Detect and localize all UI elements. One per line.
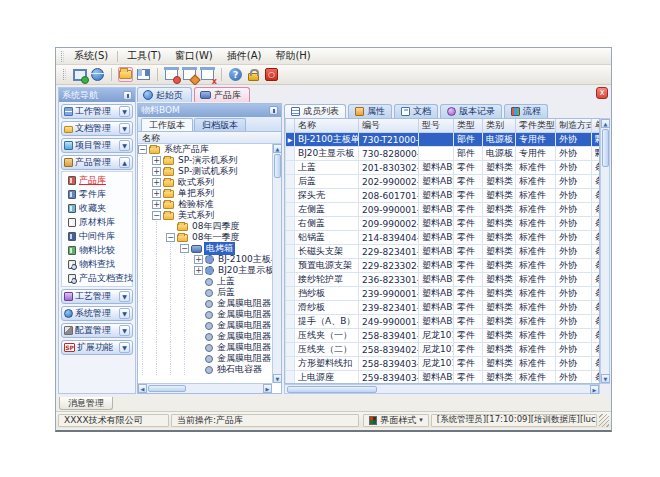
help-icon[interactable]: ? — [228, 67, 243, 82]
sidebar-item-物料查找[interactable]: 物料查找 — [62, 257, 132, 271]
scroll-thumb[interactable] — [287, 386, 377, 393]
table-vertical-scrollbar[interactable]: ▲ ▼ — [600, 118, 610, 384]
sidebar-item-产品库[interactable]: 产品库 — [62, 173, 132, 187]
menu-item-1[interactable]: 系统(S) — [67, 48, 115, 64]
table-row[interactable]: 铝锅盖214-839404-01X塑料ABS零件塑料类标准件外协条 — [286, 231, 601, 245]
toolbar-grip[interactable] — [61, 51, 64, 62]
exit-icon[interactable]: ○ — [264, 67, 279, 82]
table-row[interactable]: 压线夹（一）258-839401-00X尼龙1010零件塑料类标准件外协条 — [286, 329, 601, 343]
sidebar-group-扩展功能[interactable]: SP扩展功能▼ — [61, 340, 133, 355]
chevron-down-icon[interactable]: ▼ — [119, 123, 130, 134]
detail-tab-版本记录[interactable]: 版本记录 — [440, 104, 502, 118]
scroll-thumb[interactable] — [602, 129, 609, 167]
globe-icon[interactable] — [90, 67, 105, 82]
detail-tab-成员列表[interactable]: 成员列表 — [284, 104, 346, 118]
bom-tab-归档版本[interactable]: 归档版本 — [194, 118, 246, 131]
close-tab-button[interactable]: x — [596, 87, 608, 99]
collapse-icon[interactable]: − — [152, 211, 161, 220]
expand-icon[interactable]: + — [152, 189, 161, 198]
table-row[interactable]: 后盖202-990002-01X塑料ABS零件塑料类标准件外协条 — [286, 175, 601, 189]
table-row[interactable]: 挡纱板239-990001-01X塑料ABS零件塑料类标准件外协条 — [286, 287, 601, 301]
resize-grip[interactable] — [599, 414, 609, 427]
sidebar-item-收藏夹[interactable]: 收藏夹 — [62, 201, 132, 215]
table-row[interactable]: ▶BJ-2100主板单点730-T21000-12X部件电源板专用件外协颗 — [286, 133, 601, 147]
tree-item-上盖[interactable]: 上盖 — [138, 276, 272, 287]
menu-item-3[interactable]: 窗口(W) — [168, 48, 220, 64]
sidebar-group-文档管理[interactable]: 文档管理▼ — [61, 121, 133, 136]
sidebar-group-配置管理[interactable]: 配置管理▼ — [61, 323, 133, 338]
expand-icon[interactable]: + — [152, 178, 161, 187]
expand-icon[interactable]: + — [152, 167, 161, 176]
table-row[interactable]: 长磁头支架229-823401-00X塑料ABS零件塑料类标准件外协条 — [286, 245, 601, 259]
expand-icon[interactable]: + — [152, 156, 161, 165]
scroll-thumb[interactable] — [274, 154, 281, 178]
menu-item-5[interactable]: 帮助(H) — [268, 48, 317, 64]
sidebar-item-物料比较[interactable]: 物料比较 — [62, 243, 132, 257]
tree-vertical-scrollbar[interactable]: ▲ ▼ — [272, 144, 281, 383]
expand-icon[interactable]: + — [152, 200, 161, 209]
column-header-类别[interactable]: 类别 — [483, 119, 516, 133]
table-horizontal-scrollbar[interactable]: ▶ — [284, 384, 600, 394]
scroll-down-icon[interactable]: ▼ — [601, 374, 610, 383]
collapse-icon[interactable]: − — [138, 145, 147, 154]
table-row[interactable]: 压线夹（二）258-839402-00X尼龙1010零件塑料类标准件外协条 — [286, 343, 601, 357]
bom-tab-工作版本[interactable]: 工作版本 — [141, 118, 193, 131]
column-header-类型[interactable]: 类型 — [454, 119, 483, 133]
message-management-tab[interactable]: 消息管理 — [59, 397, 113, 410]
expand-icon[interactable]: + — [194, 255, 203, 264]
tree-column-header[interactable]: 名称 — [138, 132, 281, 144]
chevron-down-icon[interactable]: ▼ — [119, 291, 130, 302]
sidebar-group-系统管理[interactable]: 系统管理▼ — [61, 306, 133, 321]
chevron-up-icon[interactable]: ▲ — [119, 157, 130, 168]
detail-tab-文档[interactable]: 文档 — [394, 104, 438, 118]
sidebar-item-产品文档查找[interactable]: 产品文档查找 — [62, 271, 132, 285]
chevron-down-icon[interactable]: ▼ — [119, 140, 130, 151]
tree-horizontal-scrollbar[interactable]: ◀ ▶ — [138, 383, 272, 393]
sidebar-group-产品管理[interactable]: 产品管理▲ — [61, 155, 133, 170]
pin-icon[interactable] — [269, 106, 278, 115]
detail-tab-流程[interactable]: 流程 — [504, 104, 548, 118]
column-header-单位[interactable]: 单位 — [592, 119, 601, 133]
table-row[interactable]: 滑纱板239-823401-00X塑料ABS零件塑料类标准件外协条 — [286, 301, 601, 315]
table-row[interactable]: 方形塑料线扣258-839403-00X尼龙1010零件塑料类标准件外协条 — [286, 357, 601, 371]
table-row[interactable]: 上电源座259-839403-00X塑料ABS零件塑料类标准件外协条 — [286, 371, 601, 385]
pin-icon[interactable] — [123, 91, 132, 100]
detail-tab-属性[interactable]: 属性 — [348, 104, 392, 118]
sidebar-item-零件库[interactable]: 零件库 — [62, 187, 132, 201]
scroll-up-icon[interactable]: ▲ — [273, 144, 282, 153]
sidebar-item-原材料库[interactable]: 原材料库 — [62, 215, 132, 229]
layout-columns-icon[interactable] — [136, 67, 151, 82]
column-header-型号[interactable]: 型号 — [419, 119, 454, 133]
tree-item-BJ20主显示板[interactable]: +BJ20主显示板 — [138, 265, 272, 276]
close-window-icon[interactable] — [200, 67, 215, 82]
table-row[interactable]: 左侧盖209-990001-01X塑料ABS零件塑料类标准件外协条 — [286, 203, 601, 217]
scroll-right-icon[interactable]: ▶ — [590, 385, 599, 394]
expand-icon[interactable]: + — [194, 266, 203, 275]
menu-item-4[interactable]: 插件(A) — [220, 48, 269, 64]
toolbar-grip[interactable] — [63, 69, 66, 80]
table-row[interactable]: 预置电源支架229-823302-00X塑料ABS零件塑料类标准件外协条 — [286, 259, 601, 273]
scroll-right-icon[interactable]: ▶ — [263, 384, 272, 393]
sidebar-group-工艺管理[interactable]: 工艺管理▼ — [61, 289, 133, 304]
open-folder-icon[interactable] — [118, 67, 133, 82]
column-header-零件类型[interactable]: 零件类型 — [516, 119, 556, 133]
new-window-icon[interactable] — [164, 67, 179, 82]
table-row[interactable]: 右侧盖209-990002-01X塑料ABS零件塑料类标准件外协条 — [286, 217, 601, 231]
table-row[interactable]: 提手（A、B）249-990001-01X塑料ABS零件塑料类标准件外协条 — [286, 315, 601, 329]
doc-tab-起始页[interactable]: 起始页 — [137, 87, 192, 102]
scroll-left-icon[interactable]: ◀ — [138, 384, 147, 393]
sidebar-item-中间件库[interactable]: 中间件库 — [62, 229, 132, 243]
scroll-down-icon[interactable]: ▼ — [273, 374, 282, 383]
column-header-名称[interactable]: 名称 — [295, 119, 359, 133]
table-row[interactable]: BJ20主显示板730-828000-04X部件电源板专用件外协颗 — [286, 147, 601, 161]
doc-tab-产品库[interactable]: 产品库 — [194, 87, 250, 102]
chevron-down-icon[interactable]: ▼ — [119, 308, 130, 319]
sidebar-group-工作管理[interactable]: 工作管理▼ — [61, 104, 133, 119]
window-badge-icon[interactable] — [182, 67, 197, 82]
table-row[interactable]: 接纱轮护罩236-823301-00X塑料ABS零件塑料类标准件外协条 — [286, 273, 601, 287]
chevron-down-icon[interactable]: ▼ — [119, 106, 130, 117]
chevron-down-icon[interactable]: ▼ — [119, 342, 130, 353]
scroll-thumb[interactable] — [148, 385, 186, 392]
table-row[interactable]: 探头壳208-601701-01X塑料ABS零件塑料类标准件外协条 — [286, 189, 601, 203]
lock-icon[interactable] — [246, 67, 261, 82]
